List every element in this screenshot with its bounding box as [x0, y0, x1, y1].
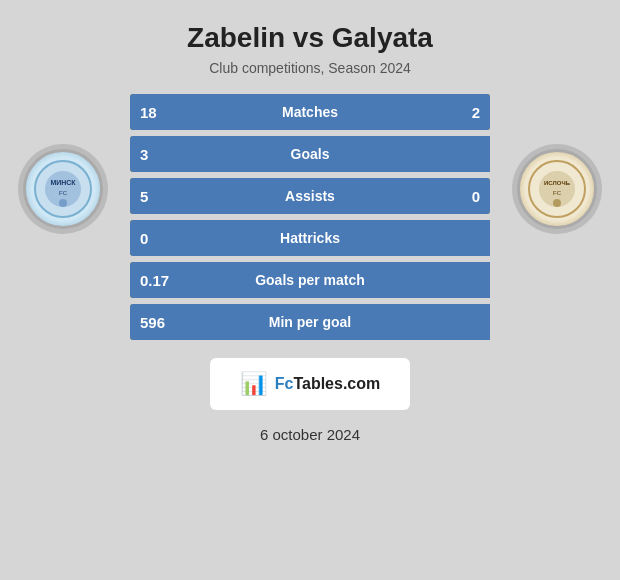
svg-text:ИСЛОЧЬ: ИСЛОЧЬ	[544, 180, 571, 186]
stat-label-0: Matches	[282, 104, 338, 120]
left-club-logo: МИНСК FC	[18, 144, 108, 234]
match-date: 6 october 2024	[260, 426, 360, 443]
stat-row: 18Matches2	[130, 94, 490, 130]
stat-label-2: Assists	[285, 188, 335, 204]
bars-container: 18Matches23Goals5Assists00Hattricks0.17G…	[130, 94, 490, 340]
stat-row: 5Assists0	[130, 178, 490, 214]
bar-bg-0: 18Matches2	[130, 94, 490, 130]
bar-bg-2: 5Assists0	[130, 178, 490, 214]
svg-point-9	[553, 199, 561, 207]
stats-section: МИНСК FC ИСЛОЧЬ FC 18Matches23Goals5Assi…	[0, 94, 620, 340]
left-logo-circle: МИНСК FC	[23, 149, 103, 229]
right-logo-circle: ИСЛОЧЬ FC	[517, 149, 597, 229]
svg-text:FC: FC	[59, 190, 68, 196]
bar-bg-3: 0Hattricks	[130, 220, 490, 256]
fctables-icon: 📊	[240, 371, 267, 397]
val-left-5: 596	[140, 314, 165, 331]
stat-row: 3Goals	[130, 136, 490, 172]
bar-bg-4: 0.17Goals per match	[130, 262, 490, 298]
val-left-0: 18	[140, 104, 157, 121]
match-title: Zabelin vs Galyata	[187, 22, 433, 54]
stat-label-3: Hattricks	[280, 230, 340, 246]
val-right-0: 2	[472, 104, 480, 121]
bar-bg-1: 3Goals	[130, 136, 490, 172]
bar-bg-5: 596Min per goal	[130, 304, 490, 340]
svg-text:МИНСК: МИНСК	[50, 179, 76, 186]
svg-text:FC: FC	[553, 190, 562, 196]
val-left-2: 5	[140, 188, 148, 205]
match-subtitle: Club competitions, Season 2024	[209, 60, 411, 76]
stat-label-4: Goals per match	[255, 272, 365, 288]
stat-row: 0Hattricks	[130, 220, 490, 256]
val-left-4: 0.17	[140, 272, 169, 289]
stat-row: 596Min per goal	[130, 304, 490, 340]
fctables-banner: 📊 FcTables.com	[210, 358, 410, 410]
val-left-1: 3	[140, 146, 148, 163]
main-container: Zabelin vs Galyata Club competitions, Se…	[0, 0, 620, 580]
stat-label-5: Min per goal	[269, 314, 351, 330]
fctables-text: FcTables.com	[275, 375, 381, 393]
stat-label-1: Goals	[291, 146, 330, 162]
val-left-3: 0	[140, 230, 148, 247]
svg-point-4	[59, 199, 67, 207]
stat-row: 0.17Goals per match	[130, 262, 490, 298]
val-right-2: 0	[472, 188, 480, 205]
right-club-logo: ИСЛОЧЬ FC	[512, 144, 602, 234]
